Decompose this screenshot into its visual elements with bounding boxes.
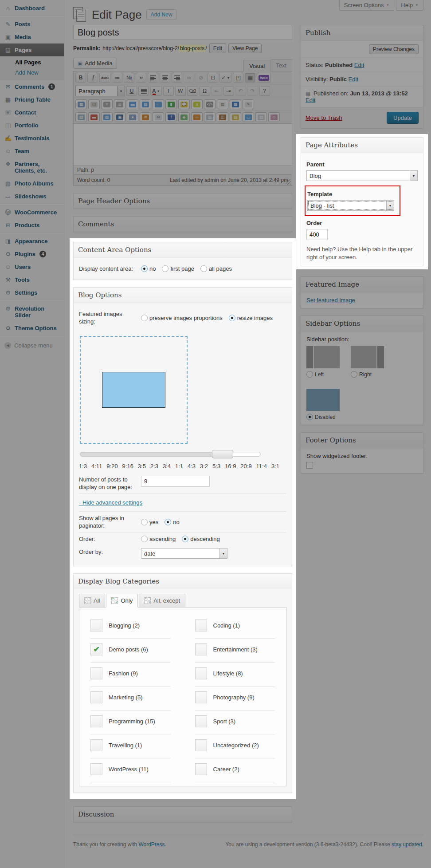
category-checkbox-unchecked[interactable] (90, 763, 102, 775)
italic-icon[interactable]: I (87, 73, 98, 83)
collapse-menu-button[interactable]: ◀ Collapse menu (0, 338, 64, 352)
ratio-slider-track[interactable] (80, 452, 261, 457)
redo-icon[interactable]: ↷ (247, 86, 258, 96)
show-widgetized-footer-checkbox[interactable] (306, 462, 313, 469)
category-checkbox-unchecked[interactable] (90, 619, 102, 631)
ratio-label-3-1[interactable]: 3:1 (271, 463, 279, 470)
update-button[interactable]: Update (387, 112, 419, 124)
sidebar-item-portfolio[interactable]: ◫Portfolio (0, 119, 64, 132)
paragraph-format-select[interactable]: Paragraph ▼ (75, 86, 125, 96)
radio-checked[interactable] (229, 315, 235, 321)
radio-checked[interactable] (141, 265, 148, 272)
move-to-trash-link[interactable]: Move to Trash (306, 114, 342, 121)
category-checkbox-unchecked[interactable] (195, 715, 207, 727)
permalink-slug[interactable]: blog-posts (179, 45, 205, 52)
fullscreen-icon[interactable]: ◰ (233, 73, 243, 83)
sidebar-thumb-disabled[interactable] (306, 389, 340, 411)
edit-permalink-button[interactable]: Edit (209, 43, 227, 53)
ratio-label-9-16[interactable]: 9:16 (122, 463, 133, 470)
remove-format-icon[interactable]: ⌫ (187, 86, 198, 96)
dashed-box-icon[interactable]: ▢ (88, 99, 100, 109)
wide-image-icon[interactable]: ▭ (243, 112, 254, 122)
display-blog-categories-title[interactable]: Display Blog Categories (74, 574, 292, 589)
blockquote-icon[interactable]: “ (136, 73, 146, 83)
radio-unchecked[interactable] (141, 315, 148, 321)
ratio-label-3-5[interactable]: 3:5 (138, 463, 146, 470)
sidebar-item-appearance[interactable]: ◨Appearance (0, 235, 64, 248)
ratio-label-1-1[interactable]: 1:1 (175, 463, 183, 470)
display-content-area-option-no[interactable]: no (141, 265, 156, 272)
radio-checked[interactable] (306, 414, 313, 420)
tab-text[interactable]: Text (270, 59, 292, 71)
sidebar-item-media[interactable]: ▣Media (0, 31, 64, 43)
ratio-label-3-4[interactable]: 3:4 (163, 463, 171, 470)
ratio-label-4-3[interactable]: 4:3 (188, 463, 196, 470)
sidebar-item-photo-albums[interactable]: ▧Photo Albums (0, 177, 64, 190)
category-checkbox-unchecked[interactable] (90, 691, 102, 703)
category-checkbox-unchecked[interactable] (195, 763, 207, 775)
paste-text-icon[interactable]: T (163, 86, 174, 96)
sidebar-item-products[interactable]: ⊞Products (0, 219, 64, 232)
comments-box-title[interactable]: Comments (74, 217, 292, 232)
sidebar-item-revolution-slider[interactable]: ⚙Revolution Slider (0, 302, 64, 322)
help-button[interactable]: Help ▼ (396, 0, 423, 11)
editor-content-area[interactable] (74, 123, 292, 165)
bold-icon[interactable]: B (75, 73, 86, 83)
sidebar-position-radio-right[interactable]: Right (351, 371, 384, 378)
radio-unchecked[interactable] (351, 371, 357, 378)
display-content-area-option-all-pages[interactable]: all pages (200, 265, 232, 272)
order-by-select[interactable]: date ▼ (141, 548, 227, 559)
sidebar-item-dashboard[interactable]: ⌂Dashboard (0, 2, 64, 15)
wordpress-link[interactable]: WordPress (138, 841, 165, 848)
paste-word-icon[interactable]: W (175, 86, 186, 96)
template-select[interactable]: Blog - list ▼ (307, 200, 394, 211)
bullet-list-icon[interactable]: ≔ (112, 73, 122, 83)
sidebar-item-comments[interactable]: ✉Comments1 (0, 80, 64, 93)
sidebar-item-theme-options[interactable]: ⚙Theme Options (0, 322, 64, 335)
add-new-button[interactable]: Add New (146, 9, 177, 20)
featured-images-sizing-option-resize-images[interactable]: resize images (229, 315, 273, 321)
set-featured-image-link[interactable]: Set featured image (306, 297, 355, 304)
radio-unchecked[interactable] (141, 536, 148, 542)
ratio-label-2-3[interactable]: 2:3 (150, 463, 158, 470)
outdent-icon[interactable]: ⇤ (212, 86, 222, 96)
post-title-input[interactable] (73, 25, 292, 40)
map-icon[interactable]: ◈ (178, 112, 190, 122)
lines-icon[interactable]: ≡ (101, 99, 113, 109)
stay-updated-link[interactable]: stay updated (392, 841, 422, 848)
ratio-label-9-20[interactable]: 9:20 (106, 463, 118, 470)
category-checkbox-unchecked[interactable] (195, 643, 207, 655)
edit-status-link[interactable]: Edit (354, 62, 364, 68)
article-icon[interactable]: ▥ (204, 112, 216, 122)
align-left-icon[interactable] (148, 73, 158, 83)
ratio-label-16-9[interactable]: 16:9 (225, 463, 236, 470)
justify-icon[interactable] (138, 86, 149, 96)
ratio-label-5-3[interactable]: 5:3 (212, 463, 220, 470)
ratio-label-20-9[interactable]: 20:9 (240, 463, 251, 470)
photo-card-icon[interactable]: ▧ (230, 112, 241, 122)
text-color-icon[interactable]: A▼ (150, 86, 162, 96)
star-box-icon[interactable]: ★ (127, 112, 138, 122)
post-icon[interactable]: ▤ (75, 112, 87, 122)
paginator-option-yes[interactable]: yes (141, 519, 158, 525)
sidebar-thumb-left[interactable] (306, 346, 340, 368)
sidebar-item-slideshows[interactable]: ▭Slideshows (0, 190, 64, 203)
numbered-list-icon[interactable]: № (124, 73, 134, 83)
sidebar-item-pricing-table[interactable]: ▦Pricing Table (0, 93, 64, 106)
radio-checked[interactable] (165, 519, 171, 525)
submenu-item-add-new[interactable]: Add New (0, 67, 64, 78)
sidebar-item-settings[interactable]: ⚙Settings (0, 286, 64, 299)
tooltip-icon[interactable]: 💬 (178, 99, 190, 109)
display-content-area-option-first-page[interactable]: first page (162, 265, 194, 272)
underline-icon[interactable]: U (126, 86, 137, 96)
category-checkbox-unchecked[interactable] (90, 715, 102, 727)
code-icon[interactable]: </> (204, 99, 216, 109)
footer-options-title[interactable]: Footer Options (301, 433, 423, 448)
align-right-icon[interactable] (172, 73, 182, 83)
more-tag-icon[interactable]: ⊟ (208, 73, 218, 83)
align-center-icon[interactable] (160, 73, 170, 83)
image-icon[interactable]: ▨ (140, 99, 151, 109)
highlight-icon[interactable]: a (191, 99, 203, 109)
featured-image-title[interactable]: Featured Image (301, 277, 423, 292)
radio-unchecked[interactable] (162, 265, 168, 272)
